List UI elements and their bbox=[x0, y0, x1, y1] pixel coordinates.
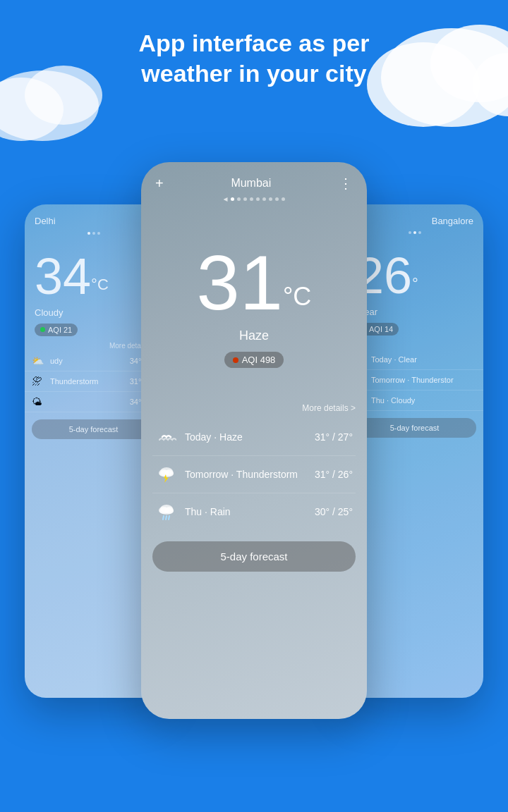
mumbai-forecast-icon-2 bbox=[155, 463, 178, 486]
bangalore-unit: ° bbox=[412, 275, 418, 293]
svg-line-18 bbox=[169, 516, 169, 519]
mumbai-aqi-dot bbox=[233, 357, 238, 363]
mumbai-dots bbox=[141, 197, 367, 202]
delhi-dot-2 bbox=[92, 232, 95, 235]
mumbai-forecast-label-1: Today · Haze bbox=[185, 431, 315, 443]
mumbai-temperature: 31 bbox=[197, 239, 283, 326]
mumbai-add-btn[interactable]: + bbox=[155, 176, 164, 192]
mumbai-forecast-temp-3: 30° / 25° bbox=[315, 506, 353, 517]
mumbai-dot-1 bbox=[231, 197, 234, 201]
mumbai-temp-main: 31°C bbox=[141, 244, 367, 321]
mumbai-forecast-temp-1: 31° / 27° bbox=[315, 431, 353, 443]
bangalore-forecast-label-1: Today · Clear bbox=[371, 355, 476, 364]
mumbai-forecast-row-2: Tomorrow · Thunderstorm 31° / 26° bbox=[152, 456, 356, 493]
mumbai-dot-nav-arrow bbox=[224, 197, 228, 202]
bangalore-dot-1 bbox=[409, 231, 411, 234]
delhi-dot-3 bbox=[97, 232, 100, 235]
bangalore-dot-3 bbox=[418, 231, 421, 234]
mumbai-forecast-section: More details > Today · Haze 31° / 27° bbox=[152, 403, 356, 530]
mumbai-more-details-row: More details > bbox=[152, 403, 356, 413]
mumbai-forecast-icon-3 bbox=[155, 500, 178, 523]
delhi-five-day-btn[interactable]: 5-day forecast bbox=[32, 419, 155, 439]
bangalore-forecast-label-2: Tomorrow · Thunderstor bbox=[371, 376, 476, 384]
svg-point-10 bbox=[159, 470, 174, 477]
delhi-aqi-label: AQI 21 bbox=[48, 326, 72, 334]
delhi-forecast-label-2: Thunderstorm bbox=[50, 377, 130, 386]
mumbai-aqi-center: AQI 498 bbox=[141, 352, 367, 382]
mumbai-city-name: Mumbai bbox=[231, 177, 271, 190]
mumbai-forecast-icon-1 bbox=[155, 426, 178, 448]
delhi-temperature: 34 bbox=[35, 248, 91, 304]
bangalore-five-day-btn[interactable]: 5-day forecast bbox=[353, 418, 476, 438]
phones-container: Delhi ⋮ 34°C Cloudy AQI 21 More details … bbox=[0, 162, 508, 719]
delhi-forecast-label-1: udy bbox=[50, 357, 130, 365]
mumbai-unit: °C bbox=[283, 282, 311, 311]
mumbai-more-btn[interactable]: ⋮ bbox=[339, 175, 353, 192]
svg-point-15 bbox=[159, 508, 174, 515]
bangalore-city-name: Bangalore bbox=[432, 216, 473, 226]
mumbai-aqi-badge: AQI 498 bbox=[224, 352, 284, 368]
mumbai-forecast-label-3: Thu · Rain bbox=[185, 506, 315, 517]
svg-line-16 bbox=[163, 516, 164, 519]
mumbai-forecast-temp-2: 31° / 26° bbox=[315, 469, 353, 480]
delhi-forecast-icon-2: ⛈ bbox=[32, 376, 46, 387]
mumbai-dot-4 bbox=[250, 197, 253, 201]
mumbai-forecast-row-3: Thu · Rain 30° / 25° bbox=[152, 493, 356, 530]
phone-mumbai: + Mumbai ⋮ 31°C Haze AQI 498 bbox=[141, 162, 367, 719]
delhi-forecast-icon-1: ⛅ bbox=[32, 355, 46, 367]
mumbai-dot-6 bbox=[262, 197, 266, 201]
mumbai-dot-7 bbox=[269, 197, 272, 201]
delhi-city-name: Delhi bbox=[35, 216, 56, 226]
bangalore-dot-2 bbox=[413, 231, 416, 234]
mumbai-aqi-label: AQI 498 bbox=[242, 355, 276, 365]
mumbai-five-day-btn[interactable]: 5-day forecast bbox=[152, 541, 356, 572]
mumbai-dot-5 bbox=[256, 197, 260, 201]
mumbai-dot-8 bbox=[275, 197, 279, 201]
delhi-forecast-icon-3: 🌤 bbox=[32, 396, 46, 407]
bangalore-aqi-label: AQI 14 bbox=[369, 325, 393, 333]
header-line1: App interface as per bbox=[0, 28, 508, 59]
svg-line-17 bbox=[166, 516, 167, 519]
bangalore-forecast-label-3: Thu · Cloudy bbox=[371, 396, 476, 405]
mumbai-forecast-row-1: Today · Haze 31° / 27° bbox=[152, 419, 356, 456]
delhi-unit: °C bbox=[91, 276, 109, 293]
mumbai-dot-2 bbox=[237, 197, 241, 201]
mumbai-dot-9 bbox=[282, 197, 285, 201]
delhi-aqi-badge: AQI 21 bbox=[35, 324, 78, 336]
mumbai-condition: Haze bbox=[141, 328, 367, 343]
delhi-aqi-dot bbox=[40, 327, 45, 332]
delhi-dot-1 bbox=[87, 232, 90, 235]
mumbai-top-bar: + Mumbai ⋮ bbox=[141, 162, 367, 197]
mumbai-forecast-label-2: Tomorrow · Thunderstorm bbox=[185, 469, 315, 480]
mumbai-dot-3 bbox=[243, 197, 247, 201]
page-header: App interface as per weather in your cit… bbox=[0, 28, 508, 88]
mumbai-more-details-link[interactable]: More details > bbox=[302, 403, 356, 413]
header-line2: weather in your city bbox=[0, 59, 508, 89]
